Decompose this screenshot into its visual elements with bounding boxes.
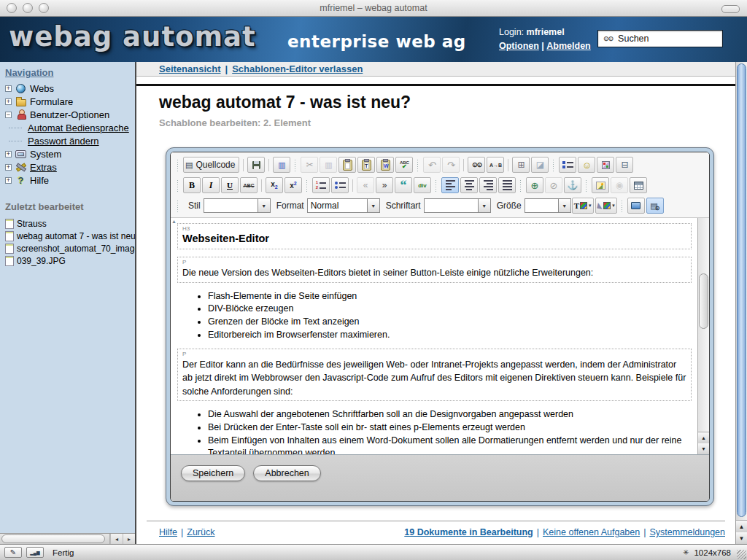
- sidebar-item-formulare[interactable]: +Formulare: [0, 95, 135, 108]
- image-button[interactable]: ◢: [592, 177, 609, 193]
- scroll-down-arrow[interactable]: ▼: [736, 532, 747, 544]
- help-link[interactable]: Hilfe: [159, 527, 177, 537]
- recent-item[interactable]: webag automat 7 - was ist neu?: [0, 230, 135, 242]
- redo-button[interactable]: ↷: [442, 157, 460, 173]
- sidebar-item-hilfe[interactable]: +?Hilfe: [0, 174, 135, 187]
- superscript-button[interactable]: x2: [285, 177, 302, 193]
- sidebar-item-system[interactable]: +System: [0, 147, 135, 160]
- italic-button[interactable]: I: [202, 177, 220, 193]
- copy-button[interactable]: ▥: [320, 157, 337, 173]
- source-button[interactable]: ▤Quellcode: [183, 157, 239, 173]
- scroll-right-arrow[interactable]: ▸: [123, 534, 135, 544]
- scrollbar-thumb[interactable]: [737, 63, 746, 517]
- select-all-button[interactable]: ⊞: [512, 157, 530, 173]
- show-blocks-button[interactable]: ▤⊙: [646, 198, 664, 214]
- cut-button[interactable]: ✂: [301, 157, 318, 173]
- cancel-button[interactable]: Abbrechen: [253, 465, 320, 481]
- back-link[interactable]: Zurück: [187, 527, 214, 537]
- align-left-button[interactable]: [441, 177, 459, 193]
- smiley-button[interactable]: ☺: [578, 157, 595, 173]
- align-center-button[interactable]: [460, 177, 478, 193]
- scroll-up-arrow[interactable]: ▲: [698, 432, 709, 443]
- show-blocks-icon: ▤⊙: [650, 200, 659, 211]
- footer-link-2[interactable]: Keine offenen Aufgaben: [543, 527, 640, 537]
- sidebar-subitem-passwort-ndern[interactable]: Passwort ändern: [0, 134, 135, 147]
- maximize-button[interactable]: [627, 198, 645, 214]
- text-color-button[interactable]: T▾: [572, 198, 594, 214]
- sidebar-subitem-automat-bediensprache[interactable]: Automat Bediensprache: [0, 121, 135, 134]
- tree-expander[interactable]: −: [5, 112, 12, 118]
- anchor-button[interactable]: ⚓: [564, 177, 581, 193]
- footer-link-1[interactable]: 19 Dokumente in Bearbeitung: [404, 527, 533, 537]
- paste-word-button[interactable]: W: [376, 157, 394, 173]
- blockquote-button[interactable]: “: [395, 177, 412, 193]
- align-justify-button[interactable]: [498, 177, 516, 193]
- font-select[interactable]: ▼: [424, 198, 491, 213]
- tree-expander[interactable]: +: [5, 164, 12, 171]
- sidebar-item-extras[interactable]: +Extras: [0, 160, 135, 174]
- undo-button[interactable]: ↶: [423, 157, 441, 173]
- recent-item[interactable]: screenshot_automat_70_image_edi: [0, 242, 135, 254]
- bulleted-list-button[interactable]: [331, 177, 349, 193]
- tree-expander[interactable]: +: [5, 98, 12, 105]
- find-button[interactable]: ⊙⊙: [468, 157, 485, 173]
- new-page-button[interactable]: ▥: [273, 157, 290, 173]
- tree-expander[interactable]: +: [5, 151, 12, 158]
- indent-button[interactable]: »: [376, 177, 393, 193]
- table-button[interactable]: [630, 177, 647, 193]
- scroll-left-arrow[interactable]: ◂: [110, 534, 123, 544]
- logout-link[interactable]: Abmelden: [546, 41, 590, 51]
- underline-button[interactable]: U: [221, 177, 239, 193]
- numbered-list-button[interactable]: 12: [312, 177, 330, 193]
- sidebar-item-webs[interactable]: +Webs: [0, 82, 135, 95]
- replace-button[interactable]: A→B: [487, 157, 504, 173]
- page-break-button[interactable]: ⊟: [616, 157, 633, 173]
- edit-icon[interactable]: ✎: [4, 547, 22, 558]
- options-link[interactable]: Optionen: [499, 41, 539, 51]
- scroll-up-arrow[interactable]: ▲: [736, 521, 747, 532]
- editor-content[interactable]: ▲ H3Webseiten-EditorPDie neue Version de…: [171, 218, 709, 454]
- strikethrough-button[interactable]: ABC: [240, 177, 258, 193]
- div-container-button[interactable]: div: [414, 177, 431, 193]
- search-input[interactable]: Suchen: [618, 34, 649, 44]
- flash-button[interactable]: ◉: [611, 177, 628, 193]
- paste-text-button[interactable]: T: [357, 157, 375, 173]
- titlebar-pill-button[interactable]: [721, 5, 740, 13]
- background-color-button[interactable]: ◣▾: [595, 198, 617, 214]
- stats-icon[interactable]: ▂▄▆: [26, 547, 44, 558]
- spell-check-button[interactable]: ABC✔: [395, 157, 413, 173]
- format-select[interactable]: Normal▼: [307, 198, 380, 213]
- outdent-button[interactable]: «: [357, 177, 374, 193]
- scroll-down-arrow[interactable]: ▼: [698, 443, 709, 454]
- editor-scrollbar[interactable]: ▲▼: [697, 218, 709, 454]
- leave-template-editor-link[interactable]: Schablonen-Editor verlassen: [232, 63, 363, 74]
- subscript-button[interactable]: x2: [266, 177, 283, 193]
- recent-item[interactable]: 039_39.JPG: [0, 254, 135, 267]
- main-scrollbar[interactable]: ▲▼: [735, 62, 747, 544]
- search-box[interactable]: ⊙⊙ Suchen: [597, 30, 723, 47]
- size-select[interactable]: ▼: [525, 198, 571, 213]
- editor-document[interactable]: H3Webseiten-EditorPDie neue Version des …: [176, 223, 693, 454]
- save-button[interactable]: [247, 157, 265, 173]
- sidebar-horizontal-scrollbar[interactable]: ◂▸: [0, 533, 135, 544]
- align-right-button[interactable]: [479, 177, 497, 193]
- tree-expander[interactable]: +: [5, 177, 12, 184]
- bold-button[interactable]: B: [183, 177, 201, 193]
- footer-link-3[interactable]: Systemmeldungen: [649, 527, 725, 537]
- resize-gr[interactable]: [737, 550, 746, 559]
- scrollbar-thumb[interactable]: [699, 273, 708, 329]
- style-select[interactable]: ▼: [204, 198, 271, 213]
- page-view-link[interactable]: Seitenansicht: [159, 63, 221, 74]
- save-button[interactable]: Speichern: [181, 465, 245, 481]
- insert-snippet-button[interactable]: [559, 157, 576, 173]
- scrollbar-thumb[interactable]: [1, 534, 105, 543]
- toolbar-collapse-icon[interactable]: ▲: [171, 219, 177, 224]
- unlink-button[interactable]: ⊘: [545, 177, 562, 193]
- special-object-button[interactable]: [597, 157, 614, 173]
- remove-format-button[interactable]: ◪: [531, 157, 549, 173]
- sidebar-item-benutzer-optionen[interactable]: −Benutzer-Optionen: [0, 108, 135, 121]
- link-button[interactable]: ⊕: [526, 177, 543, 193]
- recent-item[interactable]: Strauss: [0, 217, 135, 230]
- paste-button[interactable]: [338, 157, 356, 173]
- tree-expander[interactable]: +: [5, 85, 12, 92]
